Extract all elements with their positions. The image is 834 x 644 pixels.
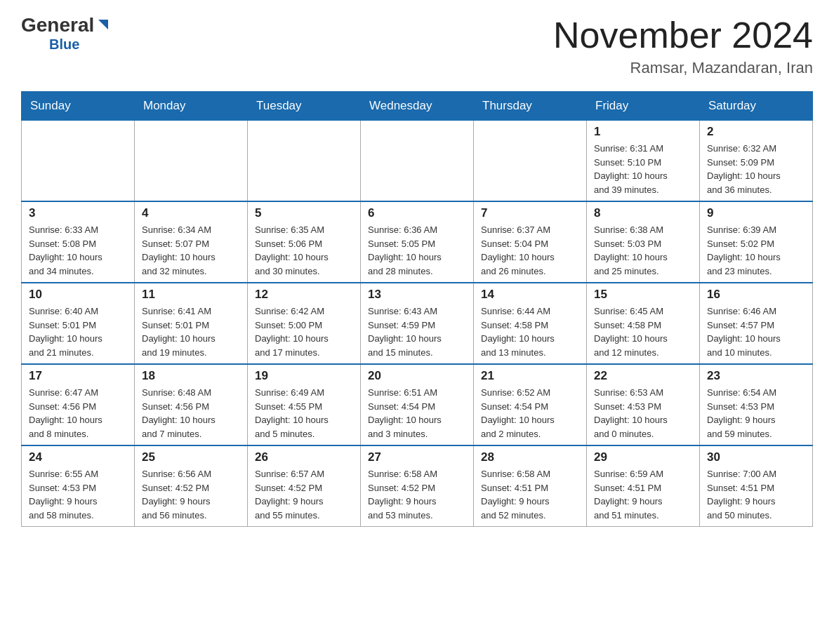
calendar-cell: 22Sunrise: 6:53 AM Sunset: 4:53 PM Dayli… xyxy=(587,364,700,445)
calendar-cell xyxy=(474,121,587,202)
day-header-thursday: Thursday xyxy=(474,92,587,121)
day-info: Sunrise: 6:55 AM Sunset: 4:53 PM Dayligh… xyxy=(29,467,127,522)
logo-blue: Blue xyxy=(49,36,79,53)
day-info: Sunrise: 6:46 AM Sunset: 4:57 PM Dayligh… xyxy=(707,304,805,359)
day-number: 25 xyxy=(142,450,240,464)
day-info: Sunrise: 6:40 AM Sunset: 5:01 PM Dayligh… xyxy=(29,304,127,359)
calendar-cell: 14Sunrise: 6:44 AM Sunset: 4:58 PM Dayli… xyxy=(474,283,587,364)
day-number: 30 xyxy=(707,450,805,464)
day-number: 21 xyxy=(481,369,579,383)
day-info: Sunrise: 6:44 AM Sunset: 4:58 PM Dayligh… xyxy=(481,304,579,359)
calendar-cell: 4Sunrise: 6:34 AM Sunset: 5:07 PM Daylig… xyxy=(135,201,248,283)
calendar-cell xyxy=(22,121,135,202)
calendar-cell: 3Sunrise: 6:33 AM Sunset: 5:08 PM Daylig… xyxy=(22,201,135,283)
calendar-cell: 17Sunrise: 6:47 AM Sunset: 4:56 PM Dayli… xyxy=(22,364,135,445)
calendar-cell: 19Sunrise: 6:49 AM Sunset: 4:55 PM Dayli… xyxy=(248,364,361,445)
day-number: 13 xyxy=(368,288,466,302)
calendar-cell: 25Sunrise: 6:56 AM Sunset: 4:52 PM Dayli… xyxy=(135,445,248,527)
day-info: Sunrise: 6:38 AM Sunset: 5:03 PM Dayligh… xyxy=(594,223,692,278)
header-row: SundayMondayTuesdayWednesdayThursdayFrid… xyxy=(22,92,813,121)
day-info: Sunrise: 6:31 AM Sunset: 5:10 PM Dayligh… xyxy=(594,142,692,196)
day-number: 9 xyxy=(707,206,805,220)
day-number: 22 xyxy=(594,369,692,383)
calendar-cell: 23Sunrise: 6:54 AM Sunset: 4:53 PM Dayli… xyxy=(700,364,813,445)
day-info: Sunrise: 6:57 AM Sunset: 4:52 PM Dayligh… xyxy=(255,467,353,522)
page-header: General Blue November 2024 Ramsar, Mazan… xyxy=(21,14,813,77)
calendar-cell: 20Sunrise: 6:51 AM Sunset: 4:54 PM Dayli… xyxy=(361,364,474,445)
week-row-5: 24Sunrise: 6:55 AM Sunset: 4:53 PM Dayli… xyxy=(22,445,813,527)
day-number: 29 xyxy=(594,450,692,464)
day-info: Sunrise: 6:45 AM Sunset: 4:58 PM Dayligh… xyxy=(594,304,692,359)
day-number: 16 xyxy=(707,288,805,302)
title-section: November 2024 Ramsar, Mazandaran, Iran xyxy=(553,14,813,77)
calendar-cell: 2Sunrise: 6:32 AM Sunset: 5:09 PM Daylig… xyxy=(700,121,813,202)
day-number: 19 xyxy=(255,369,353,383)
day-info: Sunrise: 6:35 AM Sunset: 5:06 PM Dayligh… xyxy=(255,223,353,278)
week-row-1: 1Sunrise: 6:31 AM Sunset: 5:10 PM Daylig… xyxy=(22,121,813,202)
day-info: Sunrise: 6:49 AM Sunset: 4:55 PM Dayligh… xyxy=(255,386,353,441)
logo-triangle-icon xyxy=(95,17,111,32)
calendar-cell: 24Sunrise: 6:55 AM Sunset: 4:53 PM Dayli… xyxy=(22,445,135,527)
day-info: Sunrise: 6:34 AM Sunset: 5:07 PM Dayligh… xyxy=(142,223,240,278)
day-number: 4 xyxy=(142,206,240,220)
day-header-sunday: Sunday xyxy=(22,92,135,121)
day-info: Sunrise: 6:36 AM Sunset: 5:05 PM Dayligh… xyxy=(368,223,466,278)
calendar-cell: 18Sunrise: 6:48 AM Sunset: 4:56 PM Dayli… xyxy=(135,364,248,445)
day-number: 5 xyxy=(255,206,353,220)
day-number: 28 xyxy=(481,450,579,464)
day-number: 12 xyxy=(255,288,353,302)
calendar-cell: 16Sunrise: 6:46 AM Sunset: 4:57 PM Dayli… xyxy=(700,283,813,364)
logo-general: General xyxy=(21,14,94,36)
calendar-cell: 26Sunrise: 6:57 AM Sunset: 4:52 PM Dayli… xyxy=(248,445,361,527)
day-info: Sunrise: 6:47 AM Sunset: 4:56 PM Dayligh… xyxy=(29,386,127,441)
day-info: Sunrise: 6:58 AM Sunset: 4:51 PM Dayligh… xyxy=(481,467,579,522)
day-header-friday: Friday xyxy=(587,92,700,121)
calendar-cell: 30Sunrise: 7:00 AM Sunset: 4:51 PM Dayli… xyxy=(700,445,813,527)
day-info: Sunrise: 7:00 AM Sunset: 4:51 PM Dayligh… xyxy=(707,467,805,522)
day-number: 26 xyxy=(255,450,353,464)
day-number: 11 xyxy=(142,288,240,302)
day-info: Sunrise: 6:43 AM Sunset: 4:59 PM Dayligh… xyxy=(368,304,466,359)
svg-marker-0 xyxy=(98,20,108,29)
logo: General Blue xyxy=(21,14,111,53)
week-row-3: 10Sunrise: 6:40 AM Sunset: 5:01 PM Dayli… xyxy=(22,283,813,364)
calendar-cell: 1Sunrise: 6:31 AM Sunset: 5:10 PM Daylig… xyxy=(587,121,700,202)
day-info: Sunrise: 6:58 AM Sunset: 4:52 PM Dayligh… xyxy=(368,467,466,522)
day-info: Sunrise: 6:52 AM Sunset: 4:54 PM Dayligh… xyxy=(481,386,579,441)
calendar-cell: 5Sunrise: 6:35 AM Sunset: 5:06 PM Daylig… xyxy=(248,201,361,283)
calendar-cell: 10Sunrise: 6:40 AM Sunset: 5:01 PM Dayli… xyxy=(22,283,135,364)
week-row-2: 3Sunrise: 6:33 AM Sunset: 5:08 PM Daylig… xyxy=(22,201,813,283)
day-info: Sunrise: 6:39 AM Sunset: 5:02 PM Dayligh… xyxy=(707,223,805,278)
week-row-4: 17Sunrise: 6:47 AM Sunset: 4:56 PM Dayli… xyxy=(22,364,813,445)
day-header-saturday: Saturday xyxy=(700,92,813,121)
day-number: 20 xyxy=(368,369,466,383)
day-info: Sunrise: 6:41 AM Sunset: 5:01 PM Dayligh… xyxy=(142,304,240,359)
day-number: 1 xyxy=(594,125,692,139)
calendar-title: November 2024 xyxy=(553,14,813,56)
day-info: Sunrise: 6:51 AM Sunset: 4:54 PM Dayligh… xyxy=(368,386,466,441)
day-header-wednesday: Wednesday xyxy=(361,92,474,121)
calendar-subtitle: Ramsar, Mazandaran, Iran xyxy=(553,59,813,77)
day-number: 10 xyxy=(29,288,127,302)
calendar-cell: 28Sunrise: 6:58 AM Sunset: 4:51 PM Dayli… xyxy=(474,445,587,527)
day-info: Sunrise: 6:54 AM Sunset: 4:53 PM Dayligh… xyxy=(707,386,805,441)
day-number: 23 xyxy=(707,369,805,383)
day-info: Sunrise: 6:56 AM Sunset: 4:52 PM Dayligh… xyxy=(142,467,240,522)
day-header-tuesday: Tuesday xyxy=(248,92,361,121)
calendar-cell: 7Sunrise: 6:37 AM Sunset: 5:04 PM Daylig… xyxy=(474,201,587,283)
calendar-cell: 8Sunrise: 6:38 AM Sunset: 5:03 PM Daylig… xyxy=(587,201,700,283)
day-info: Sunrise: 6:37 AM Sunset: 5:04 PM Dayligh… xyxy=(481,223,579,278)
day-header-monday: Monday xyxy=(135,92,248,121)
day-info: Sunrise: 6:32 AM Sunset: 5:09 PM Dayligh… xyxy=(707,142,805,196)
day-number: 6 xyxy=(368,206,466,220)
day-number: 8 xyxy=(594,206,692,220)
calendar-cell xyxy=(248,121,361,202)
day-number: 3 xyxy=(29,206,127,220)
calendar-cell: 15Sunrise: 6:45 AM Sunset: 4:58 PM Dayli… xyxy=(587,283,700,364)
day-number: 17 xyxy=(29,369,127,383)
day-number: 7 xyxy=(481,206,579,220)
day-number: 18 xyxy=(142,369,240,383)
day-info: Sunrise: 6:48 AM Sunset: 4:56 PM Dayligh… xyxy=(142,386,240,441)
day-number: 24 xyxy=(29,450,127,464)
day-number: 2 xyxy=(707,125,805,139)
